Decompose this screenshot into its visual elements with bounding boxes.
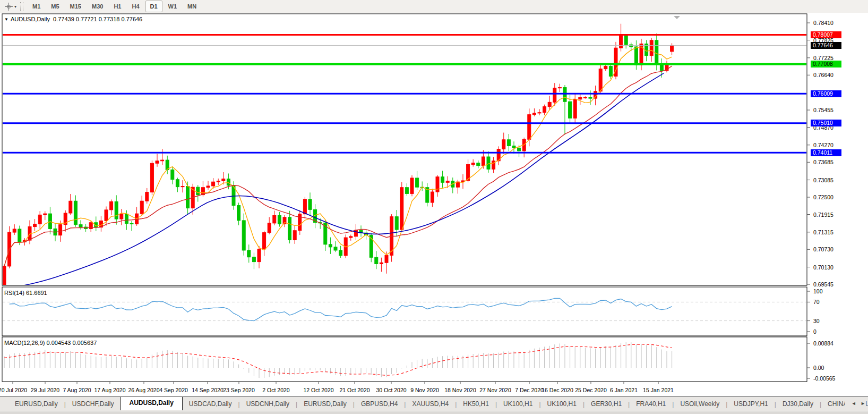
price-axis-label: 0.70130	[813, 264, 833, 271]
timeframe-button-m30[interactable]: M30	[87, 1, 108, 12]
timeframe-button-d1[interactable]: D1	[145, 1, 162, 12]
symbol-label: AUDUSD,Daily	[11, 16, 50, 22]
timeframe-toolbar: ▾ M1M5M15M30H1H4D1W1MN	[0, 0, 868, 13]
macd-indicator-label: MACD(12,26,9) 0.004543 0.005637	[4, 340, 97, 346]
tab-usoil-weekly[interactable]: USOil,Weekly	[674, 398, 726, 410]
price-axis-label: 0.73685	[813, 159, 833, 165]
macd-panel-frame	[2, 337, 807, 382]
rsi-axis-label: 100	[813, 288, 823, 294]
rsi-value: 61.6691	[26, 290, 47, 296]
hline-price-tag: 0.78007	[811, 31, 841, 38]
symbol-dropdown-icon[interactable]: ▼	[4, 17, 8, 22]
tab-usdcad-daily[interactable]: USDCAD,Daily	[183, 398, 238, 410]
tab-uk100-h1[interactable]: UK100,H1	[541, 398, 583, 410]
date-axis-label: 14 Sep 2020	[192, 387, 224, 393]
toolbar-grip[interactable]	[20, 2, 23, 11]
macd-axis-label: 0.00	[813, 365, 824, 371]
date-axis-label: 23 Sep 2020	[223, 387, 255, 393]
tool-dropdown-caret-icon[interactable]: ▾	[14, 4, 16, 9]
tab-gbpusd-h4[interactable]: GBPUSD,H4	[355, 398, 404, 410]
ohlc-values: 0.77439 0.77721 0.77318 0.77646	[53, 16, 142, 22]
price-axis-label: 0.71315	[813, 229, 833, 235]
date-axis-label: 30 Oct 2020	[376, 387, 406, 393]
date-axis-label: 20 Jul 2020	[0, 387, 27, 393]
chart-plot[interactable]	[0, 13, 868, 396]
price-axis-label: 0.73085	[813, 177, 833, 183]
timeframe-button-m5[interactable]: M5	[46, 1, 64, 12]
tab-dj30-daily[interactable]: DJ30,Daily	[776, 398, 820, 410]
date-axis-label: 9 Nov 2020	[410, 387, 439, 393]
hline-price-tag: 0.77008	[811, 61, 841, 67]
price-axis-label: 0.70730	[813, 246, 833, 252]
date-axis-label: 7 Dec 2020	[515, 387, 544, 393]
tab-row: EURUSD,Daily|USDCHF,DailyAUDUSD,DailyUSD…	[0, 397, 868, 410]
hline-price-tag: 0.75010	[811, 120, 841, 126]
timeframe-button-w1[interactable]: W1	[164, 1, 182, 12]
price-axis-label: 0.71915	[813, 212, 833, 218]
tab-eurusd-daily[interactable]: EURUSD,Daily	[297, 398, 353, 410]
tab-scroll-left-icon[interactable]: ◄	[852, 401, 856, 406]
timeframe-buttons: M1M5M15M30H1H4D1W1MN	[27, 1, 202, 12]
date-axis-label: 26 Aug 2020	[128, 387, 160, 393]
price-axis-label: 0.72500	[813, 194, 833, 200]
date-axis-label: 18 Nov 2020	[444, 387, 476, 393]
tab-hk50-h1[interactable]: HK50,H1	[457, 398, 495, 410]
date-axis-label: 29 Jul 2020	[31, 387, 59, 393]
macd-axis-label: 0.00884	[813, 340, 833, 347]
tab-bar-bottom-strip	[0, 411, 868, 414]
hline-price-tag: 0.76009	[811, 90, 841, 97]
rsi-indicator-label: RSI(14) 61.6691	[4, 290, 47, 296]
macd-values: 0.004543 0.005637	[46, 340, 97, 346]
price-axis-label: 0.78410	[813, 20, 833, 26]
tab-eurusd-daily[interactable]: EURUSD,Daily	[8, 398, 64, 410]
date-axis-label: 27 Nov 2020	[479, 387, 511, 393]
timeframe-button-h1[interactable]: H1	[109, 1, 126, 12]
rsi-axis-label: 30	[813, 318, 820, 324]
mt4-window: ▾ M1M5M15M30H1H4D1W1MN ▼AUDUSD,Daily 0.7…	[0, 0, 868, 414]
current-price-tag: 0.77646	[811, 42, 841, 49]
tab-xauusd-h4[interactable]: XAUUSD,H4	[406, 398, 455, 410]
price-axis-label: 0.77225	[813, 55, 833, 61]
macd-name: MACD(12,26,9)	[4, 340, 45, 346]
date-axis-label: 2 Oct 2020	[262, 387, 289, 393]
price-axis-label: 0.74270	[813, 142, 833, 148]
macd-axis-label: -0.00565	[813, 375, 835, 382]
chart-tab-bar: EURUSD,Daily|USDCHF,DailyAUDUSD,DailyUSD…	[0, 396, 868, 414]
chart-area: ▼AUDUSD,Daily 0.77439 0.77721 0.77318 0.…	[0, 13, 868, 396]
tab-audusd-daily[interactable]: AUDUSD,Daily	[121, 396, 183, 410]
date-axis-label: 17 Aug 2020	[94, 387, 126, 393]
date-axis-label: 21 Oct 2020	[339, 387, 369, 393]
date-axis-label: 4 Sep 2020	[159, 387, 188, 393]
date-axis-label: 6 Jan 2021	[610, 387, 638, 393]
tab-uk100-h1[interactable]: UK100,H1	[497, 398, 539, 410]
rsi-name: RSI(14)	[4, 290, 24, 296]
tab-scroll-right-icon[interactable]: ►	[861, 401, 865, 406]
hline-price-tag: 0.74011	[811, 149, 841, 156]
tab-scroll-arrows: ◄ ►	[845, 400, 866, 407]
tab-usdjpy-h1[interactable]: USDJPY,H1	[727, 398, 774, 410]
price-axis-label: 0.69545	[813, 281, 833, 288]
date-axis-label: 12 Oct 2020	[303, 387, 333, 393]
price-axis-label: 0.76640	[813, 72, 833, 78]
main-panel-frame	[2, 14, 807, 285]
tab-usdcnh-daily[interactable]: USDCNH,Daily	[240, 398, 296, 410]
rsi-axis-label: 70	[813, 299, 820, 305]
timeframe-button-m15[interactable]: M15	[65, 1, 86, 12]
price-axis-label: 0.75455	[813, 107, 833, 113]
date-axis-label: 25 Dec 2020	[575, 387, 607, 393]
timeframe-button-h4[interactable]: H4	[127, 1, 144, 12]
timeframe-button-m1[interactable]: M1	[28, 1, 45, 12]
timeframe-button-mn[interactable]: MN	[183, 1, 201, 12]
crosshair-tool-icon[interactable]	[3, 2, 14, 11]
tab-ger30-h1[interactable]: GER30,H1	[585, 398, 628, 410]
rsi-axis-label: 0	[813, 328, 817, 335]
rsi-panel-frame	[2, 287, 807, 336]
date-axis-label: 16 Dec 2020	[542, 387, 573, 393]
date-axis-label: 15 Jan 2021	[643, 387, 674, 393]
chart-title[interactable]: ▼AUDUSD,Daily 0.77439 0.77721 0.77318 0.…	[4, 16, 142, 22]
date-axis-label: 7 Aug 2020	[63, 387, 91, 393]
tab-fra40-h1[interactable]: FRA40,H1	[630, 398, 672, 410]
tab-usdchf-daily[interactable]: USDCHF,Daily	[66, 398, 121, 410]
